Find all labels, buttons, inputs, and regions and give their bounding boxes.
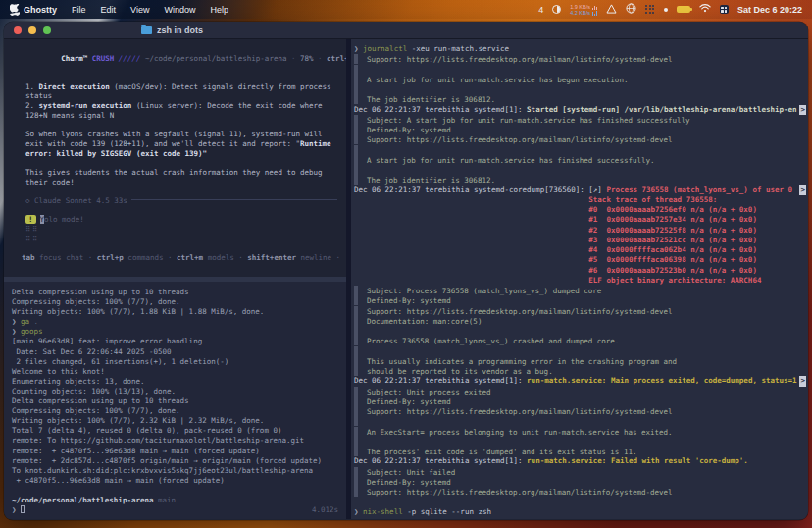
left-column: Charm™ CRUSH ///// ~/code/personal/battl…: [4, 39, 346, 519]
terminal-line: [354, 84, 808, 94]
menu-help[interactable]: Help: [210, 5, 228, 15]
menu-items: Ghostty File Edit View Window Help: [24, 5, 228, 15]
terminal-line: ~/code/personal/battleship-arena main: [12, 496, 346, 505]
journal-pane[interactable]: ❯ journalctl -xeu run-match.serviceSuppo…: [351, 39, 808, 519]
terminal-line: Support: https://lists.freedesktop.org/m…: [354, 487, 808, 497]
terminal-line: remote: To https://github.com/taciturnax…: [12, 436, 346, 446]
terminal-line: Support: https://lists.freedesktop.org/m…: [354, 134, 808, 144]
terminal-line: [354, 65, 808, 75]
terminal-line: [354, 416, 808, 426]
terminal-line: Welcome to this knot!: [12, 367, 346, 377]
terminal-line: ❯ goops: [12, 327, 346, 337]
terminal-line: their code!: [17, 178, 346, 187]
terminal-line: #6 0x0000aaaab72523b0 n/a (n/a + 0x0): [354, 266, 808, 276]
menu-bar: Ghostty File Edit View Window Help 4 1.9…: [0, 0, 812, 19]
terminal-line: [354, 145, 808, 155]
dot-icon[interactable]: [664, 8, 668, 12]
menu-clock[interactable]: Sat Dec 6 20:22: [737, 5, 802, 15]
terminal-line: #1 0x0000aaaab7257e34 n/a (n/a + 0x0): [354, 215, 808, 225]
window-title-group: zsh in dots: [141, 26, 203, 35]
terminal-line: A start job for unit run-match.service h…: [354, 75, 808, 84]
warning-icon[interactable]: [606, 4, 617, 16]
terminal-line: Dec 06 22:21:37 terebithia systemd[1]: r…: [354, 376, 808, 386]
terminal-line: [354, 437, 808, 447]
terminal-line: This usually indicates a programming err…: [354, 356, 808, 366]
terminal-line: ❯ ga .: [12, 317, 346, 327]
terminal-line: Compressing objects: 100% (7/7), done.: [12, 406, 346, 416]
terminal-line: To knot.dunkirk.sh:did:plc:krxbvxvis5skq…: [12, 466, 346, 476]
terminal-line: Support: https://lists.freedesktop.org/m…: [354, 306, 808, 316]
git-pane[interactable]: Delta compression using up to 10 threads…: [4, 282, 346, 519]
terminal-line: Support: https://lists.freedesktop.org/m…: [354, 54, 808, 64]
terminal-line: Defined-By: systemd: [354, 125, 808, 134]
terminal-line: ELF object binary architecture: AARCH64: [354, 276, 808, 286]
terminal-line: Defined-By: systemd: [354, 396, 808, 406]
network-monitor[interactable]: 1.9 KB/s 4.2 KB/s: [570, 4, 597, 16]
terminal-line: ❯ nix-shell -p sqlite --run zsh: [354, 507, 808, 517]
terminal-line: remote: + 2dc857d...c4870f5 origin/main …: [12, 456, 346, 466]
terminal-line: Documentation: man:core(5): [354, 316, 808, 326]
zoom-button[interactable]: [43, 26, 51, 34]
terminal-line: Subject: Process 736558 (match_lyons_vs_…: [354, 286, 808, 295]
terminal-line: [17, 54, 346, 64]
terminal-line: The process' exit code is 'dumped' and i…: [354, 447, 808, 456]
crush-header: Charm™ CRUSH ///// ~/code/personal/battl…: [17, 44, 346, 54]
terminal-line: [17, 73, 346, 82]
terminal-line: Subject: A start job for unit run-match.…: [354, 115, 808, 125]
terminal-line: error: killed by SIGSEGV (exit code 139)…: [17, 149, 346, 159]
terminal-line: [17, 206, 346, 216]
terminal-line: This gives students the actual crash inf…: [17, 168, 346, 178]
terminal-line: Dec 06 22:21:37 terebithia systemd[1]: S…: [354, 105, 808, 115]
menu-file[interactable]: File: [72, 5, 86, 15]
terminal-line: 128+N means signal N: [17, 111, 346, 121]
terminal-line: Defined-By: systemd: [354, 295, 808, 305]
wifi-icon[interactable]: [699, 4, 711, 15]
terminal-line: [main 96e63d8] feat: improve error handl…: [12, 337, 346, 346]
menu-view[interactable]: View: [130, 5, 149, 15]
close-button[interactable]: [14, 26, 22, 34]
traffic-lights: [14, 26, 51, 34]
apple-icon[interactable]: [10, 4, 20, 16]
terminal-line: Process 736558 (match_lyons_vs_) crashed…: [354, 336, 808, 345]
window-titlebar[interactable]: zsh in dots: [4, 22, 808, 39]
battery-icon[interactable]: [677, 6, 690, 13]
terminal-line: Subject: Unit process exited: [354, 387, 808, 396]
terminal-content: Charm™ CRUSH ///// ~/code/personal/battl…: [4, 39, 808, 519]
crush-body: 1. Direct execution (macOS/dev): Detect …: [17, 54, 346, 263]
terminal-line: #2 0x0000aaaab72525f8 n/a (n/a + 0x0): [354, 226, 808, 236]
menu-edit[interactable]: Edit: [101, 5, 117, 15]
terminal-line: #0 0x0000aaaab7256ef0 n/a (n/a + 0x0): [354, 205, 808, 215]
terminal-line: Writing objects: 100% (7/7), 1.88 KiB | …: [12, 307, 346, 317]
contrast-icon[interactable]: [552, 5, 561, 14]
net-down-graph: [592, 11, 597, 16]
minimize-button[interactable]: [28, 26, 36, 34]
terminal-line: [354, 326, 808, 336]
folder-icon: [141, 26, 152, 34]
menu-window[interactable]: Window: [164, 5, 195, 15]
stats-icon[interactable]: [720, 5, 729, 14]
terminal-line: 1. Direct execution (macOS/dev): Detect …: [17, 82, 346, 92]
globe-icon[interactable]: [626, 3, 636, 16]
net-down-speed: 4.2 KB/s: [570, 10, 590, 16]
terminal-line: So when lyons crashes with a segfault (s…: [17, 130, 346, 139]
terminal-line: status: [17, 91, 346, 101]
terminal-line: should be reported to its vendor as a bu…: [354, 366, 808, 376]
terminal-line: [354, 497, 808, 506]
terminal-line: Support: https://lists.freedesktop.org/m…: [354, 406, 808, 416]
crush-pane[interactable]: Charm™ CRUSH ///// ~/code/personal/battl…: [4, 39, 346, 277]
terminal-line: Writing objects: 100% (7/7), 2.32 KiB | …: [12, 416, 346, 426]
terminal-line: ❯ 4.012s: [12, 505, 346, 515]
terminal-line: 2 files changed, 61 insertions(+), 1 del…: [12, 357, 346, 367]
terminal-line: + c4870f5...96e63d8 main → main (forced …: [12, 476, 346, 486]
terminal-line: [17, 243, 346, 253]
terminal-line: #4 0x0000ffffaca062b4 n/a (n/a + 0x0): [354, 245, 808, 255]
terminal-line: Date: Sat Dec 6 22:06:44 2025 -0500: [12, 347, 346, 357]
menu-app-name[interactable]: Ghostty: [24, 5, 57, 15]
terminal-line: The job identifier is 306812.: [354, 94, 808, 104]
terminal-line: ❯ journalctl -xeu run-match.service: [354, 44, 808, 54]
terminal-line: remote: + c4870f5...96e63d8 main → main …: [12, 447, 346, 456]
terminal-line: Total 7 (delta 4), reused 0 (delta 0), p…: [12, 426, 346, 436]
grid-icon[interactable]: [645, 5, 655, 15]
terminal-line: Compressing objects: 100% (7/7), done.: [12, 297, 346, 307]
space-indicator[interactable]: 4: [538, 5, 543, 15]
